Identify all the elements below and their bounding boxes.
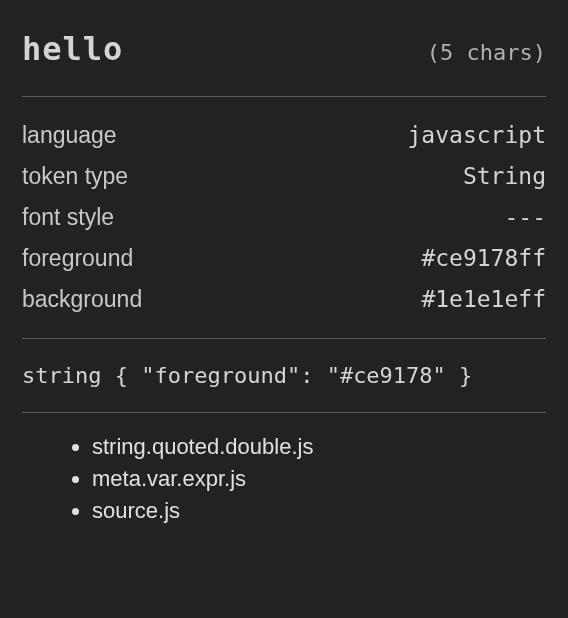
divider xyxy=(22,338,546,339)
prop-value: #ce9178ff xyxy=(421,245,546,271)
token-header: hello (5 chars) xyxy=(22,20,546,90)
prop-label: font style xyxy=(22,204,114,231)
prop-row-background: background #1e1e1eff xyxy=(22,279,546,320)
prop-value: --- xyxy=(504,204,546,230)
prop-label: foreground xyxy=(22,245,133,272)
prop-row-foreground: foreground #ce9178ff xyxy=(22,238,546,279)
token-text: hello xyxy=(22,30,123,68)
property-list: language javascript token type String fo… xyxy=(22,103,546,332)
prop-row-font-style: font style --- xyxy=(22,197,546,238)
prop-row-language: language javascript xyxy=(22,115,546,156)
divider xyxy=(22,96,546,97)
prop-row-token-type: token type String xyxy=(22,156,546,197)
prop-label: language xyxy=(22,122,117,149)
scope-list: string.quoted.double.js meta.var.expr.js… xyxy=(22,419,546,527)
prop-label: background xyxy=(22,286,142,313)
prop-value: javascript xyxy=(408,122,546,148)
prop-value: String xyxy=(463,163,546,189)
char-count: (5 chars) xyxy=(427,40,546,65)
theme-rule: string { "foreground": "#ce9178" } xyxy=(22,345,546,406)
prop-label: token type xyxy=(22,163,128,190)
scope-item: source.js xyxy=(92,495,546,527)
scope-item: string.quoted.double.js xyxy=(92,431,546,463)
divider xyxy=(22,412,546,413)
scope-item: meta.var.expr.js xyxy=(92,463,546,495)
prop-value: #1e1e1eff xyxy=(421,286,546,312)
